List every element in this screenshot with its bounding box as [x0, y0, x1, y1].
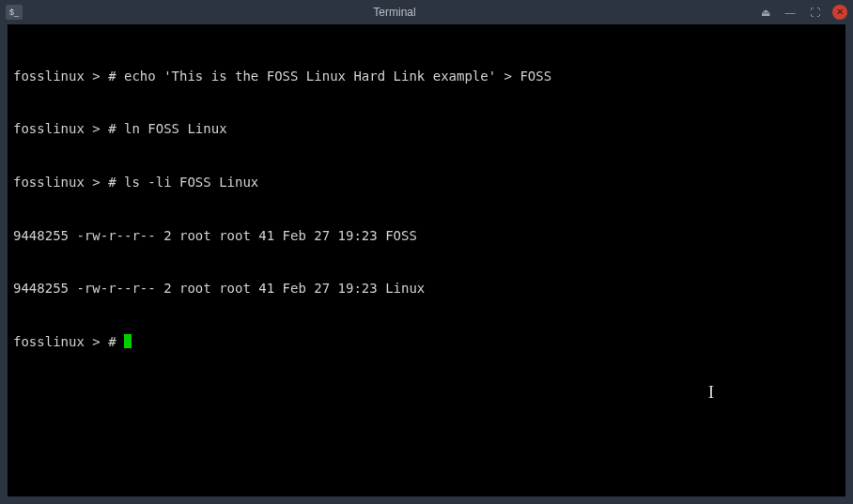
terminal-line: fosslinux > # ln FOSS Linux: [13, 120, 840, 138]
cursor-block: [124, 334, 132, 348]
window-controls: ⏏ — ⛶ ✕: [759, 5, 847, 20]
app-icon: $_: [6, 5, 23, 20]
terminal-window: $_ Terminal ⏏ — ⛶ ✕ fosslinux > # echo '…: [0, 0, 853, 504]
terminal-line: 9448255 -rw-r--r-- 2 root root 41 Feb 27…: [13, 280, 840, 298]
text-cursor-ibeam: I: [708, 381, 714, 404]
minimize-button[interactable]: —: [783, 6, 797, 19]
terminal-body[interactable]: fosslinux > # echo 'This is the FOSS Lin…: [8, 24, 845, 496]
close-button[interactable]: ✕: [832, 5, 847, 20]
terminal-line: 9448255 -rw-r--r-- 2 root root 41 Feb 27…: [13, 227, 840, 245]
terminal-prompt-line: fosslinux > #: [13, 333, 840, 351]
terminal-prompt: fosslinux > #: [13, 334, 124, 349]
maximize-button[interactable]: ⛶: [808, 6, 821, 19]
terminal-line: fosslinux > # echo 'This is the FOSS Lin…: [13, 68, 840, 85]
eject-icon[interactable]: ⏏: [759, 6, 772, 19]
app-icon-text: $_: [9, 8, 19, 17]
window-title: Terminal: [30, 6, 759, 19]
titlebar[interactable]: $_ Terminal ⏏ — ⛶ ✕: [0, 0, 853, 24]
terminal-line: fosslinux > # ls -li FOSS Linux: [13, 174, 840, 191]
